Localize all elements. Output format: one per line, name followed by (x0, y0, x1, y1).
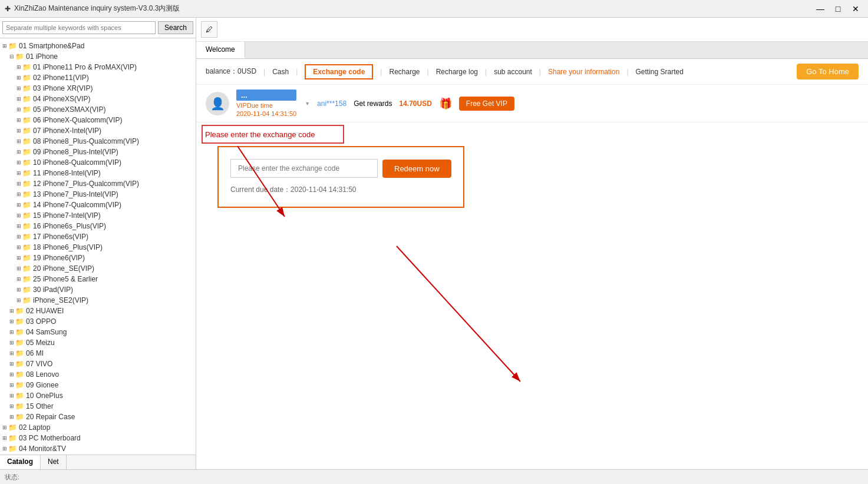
expand-icon[interactable]: ⊞ (16, 181, 21, 187)
tree-item[interactable]: ⊞📁02 iPhone11(VIP) (0, 72, 196, 83)
expand-icon[interactable]: ⊞ (9, 319, 14, 324)
folder-icon: 📁 (22, 158, 31, 167)
expand-icon[interactable]: ⊞ (2, 435, 7, 441)
recharge-link[interactable]: Recharge (389, 68, 420, 76)
tree-item[interactable]: ⊞📁05 Meizu (0, 337, 196, 348)
expand-icon[interactable]: ⊞ (16, 138, 21, 144)
tree-item[interactable]: ⊞📁25 iPhone5 & Earlier (0, 274, 196, 284)
sub-account-link[interactable]: sub account (494, 68, 532, 76)
expand-icon[interactable]: ⊟ (9, 54, 14, 59)
tree-item[interactable]: ⊟📁01 iPhone (0, 51, 196, 62)
cash-link[interactable]: Cash (272, 68, 289, 76)
expand-icon[interactable]: ⊞ (9, 340, 14, 346)
exchange-code-input[interactable] (230, 159, 378, 178)
expand-icon[interactable]: ⊞ (9, 350, 14, 356)
expand-icon[interactable]: ⊞ (16, 255, 21, 261)
expand-icon[interactable]: ⊞ (9, 403, 14, 409)
tree-item[interactable]: ⊞📁11 iPhone8-Intel(VIP) (0, 168, 196, 178)
tree-item[interactable]: ⊞📁04 Monitor&TV (0, 443, 196, 454)
tree-item[interactable]: ⊞📁16 iPhone6s_Plus(VIP) (0, 221, 196, 231)
redeem-button[interactable]: Redeem now (382, 160, 451, 178)
expand-icon[interactable]: ⊞ (9, 372, 14, 377)
expand-icon[interactable]: ⊞ (16, 287, 21, 293)
tree-item[interactable]: ⊞📁07 VIVO (0, 359, 196, 369)
tree-item[interactable]: ⊞📁15 iPhone7-Intel(VIP) (0, 210, 196, 221)
toolbar-icon-edit[interactable]: 🖊 (201, 21, 217, 38)
expand-icon[interactable]: ⊞ (16, 234, 21, 240)
dropdown-arrow-icon[interactable]: ▼ (305, 101, 310, 107)
maximize-button[interactable]: □ (830, 3, 846, 15)
tree-item[interactable]: ⊞📁18 iPhone6_Plus(VIP) (0, 242, 196, 253)
expand-icon[interactable]: ⊞ (9, 393, 14, 399)
tree-item[interactable]: ⊞📁10 OnePlus (0, 390, 196, 401)
expand-icon[interactable]: ⊞ (16, 276, 21, 282)
expand-icon[interactable]: ⊞ (16, 96, 21, 102)
expand-icon[interactable]: ⊞ (9, 361, 14, 367)
tree-item[interactable]: ⊞📁02 HUAWEI (0, 306, 196, 316)
expand-icon[interactable]: ⊞ (16, 170, 21, 176)
expand-icon[interactable]: ⊞ (16, 85, 21, 91)
tree-item[interactable]: ⊞📁03 OPPO (0, 316, 196, 327)
expand-icon[interactable]: ⊞ (16, 160, 21, 165)
expand-icon[interactable]: ⊞ (9, 308, 14, 314)
expand-icon[interactable]: ⊞ (16, 202, 21, 208)
tree-item[interactable]: ⊞📁20 iPhone_SE(VIP) (0, 263, 196, 274)
close-button[interactable]: ✕ (848, 3, 863, 15)
free-vip-button[interactable]: Free Get VIP (459, 97, 514, 111)
tree-item[interactable]: ⊞📁17 iPhone6s(VIP) (0, 231, 196, 242)
expand-icon[interactable]: ⊞ (16, 244, 21, 250)
tree-item[interactable]: ⊞📁13 iPhone7_Plus-Intel(VIP) (0, 189, 196, 200)
tree-item[interactable]: ⊞📁09 iPhone8_Plus-Intel(VIP) (0, 147, 196, 157)
minimize-button[interactable]: — (813, 3, 828, 15)
expand-icon[interactable]: ⊞ (16, 117, 21, 123)
tree-item[interactable]: ⊞📁01 Smartphone&Pad (0, 41, 196, 51)
search-input[interactable] (2, 21, 156, 34)
search-button[interactable]: Search (158, 21, 193, 34)
expand-icon[interactable]: ⊞ (16, 213, 21, 218)
expand-icon[interactable]: ⊞ (2, 425, 7, 430)
expand-icon[interactable]: ⊞ (16, 297, 21, 303)
tree-item[interactable]: ⊞📁04 iPhoneXS(VIP) (0, 94, 196, 104)
tree-item[interactable]: ⊞📁05 iPhoneXSMAX(VIP) (0, 104, 196, 115)
expand-icon[interactable]: ⊞ (16, 149, 21, 155)
tab-net[interactable]: Net (41, 455, 67, 469)
tree-item[interactable]: ⊞📁03 PC Motherboard (0, 433, 196, 443)
expand-icon[interactable]: ⊞ (16, 191, 21, 197)
expand-icon[interactable]: ⊞ (16, 266, 21, 271)
tree-item[interactable]: ⊞📁02 Laptop (0, 422, 196, 433)
expand-icon[interactable]: ⊞ (16, 128, 21, 134)
expand-icon[interactable]: ⊞ (9, 382, 14, 388)
tree-item[interactable]: ⊞📁19 iPhone6(VIP) (0, 253, 196, 263)
tree-item[interactable]: ⊞📁15 Other (0, 401, 196, 412)
tree-item[interactable]: ⊞📁iPhone_SE2(VIP) (0, 295, 196, 306)
expand-icon[interactable]: ⊞ (9, 329, 14, 335)
expand-icon[interactable]: ⊞ (2, 446, 7, 452)
tab-catalog[interactable]: Catalog (0, 455, 41, 469)
tree-item[interactable]: ⊞📁06 iPhoneX-Qualcomm(VIP) (0, 115, 196, 125)
tree-item[interactable]: ⊞📁03 iPhone XR(VIP) (0, 83, 196, 94)
expand-icon[interactable]: ⊞ (16, 75, 21, 81)
expand-icon[interactable]: ⊞ (16, 223, 21, 229)
tab-welcome[interactable]: Welcome (196, 42, 245, 58)
tree-item[interactable]: ⊞📁09 Gionee (0, 380, 196, 390)
tree-item[interactable]: ⊞📁08 iPhone8_Plus-Qualcomm(VIP) (0, 136, 196, 147)
expand-icon[interactable]: ⊞ (16, 107, 21, 112)
tree-item[interactable]: ⊞📁12 iPhone7_Plus-Qualcomm(VIP) (0, 178, 196, 189)
tree-item[interactable]: ⊞📁10 iPhone8-Qualcomm(VIP) (0, 157, 196, 168)
go-home-button[interactable]: Go To Home (797, 64, 859, 79)
tree-item[interactable]: ⊞📁06 MI (0, 348, 196, 359)
tree-item[interactable]: ⊞📁30 iPad(VIP) (0, 284, 196, 295)
exchange-code-tab[interactable]: Exchange code (305, 64, 373, 79)
tree-item[interactable]: ⊞📁14 iPhone7-Qualcomm(VIP) (0, 200, 196, 210)
share-info-link[interactable]: Share your information (548, 68, 619, 76)
tree-item[interactable]: ⊞📁07 iPhoneX-Intel(VIP) (0, 125, 196, 136)
getting-started-link[interactable]: Getting Srarted (636, 68, 684, 76)
expand-icon[interactable]: ⊞ (2, 43, 7, 49)
expand-icon[interactable]: ⊞ (9, 414, 14, 420)
tree-item[interactable]: ⊞📁01 iPhone11 Pro & ProMAX(VIP) (0, 62, 196, 72)
tree-item[interactable]: ⊞📁04 SamSung (0, 327, 196, 337)
expand-icon[interactable]: ⊞ (16, 64, 21, 70)
tree-item[interactable]: ⊞📁08 Lenovo (0, 369, 196, 380)
tree-item[interactable]: ⊞📁20 Repair Case (0, 412, 196, 422)
recharge-log-link[interactable]: Recharge log (436, 68, 478, 76)
